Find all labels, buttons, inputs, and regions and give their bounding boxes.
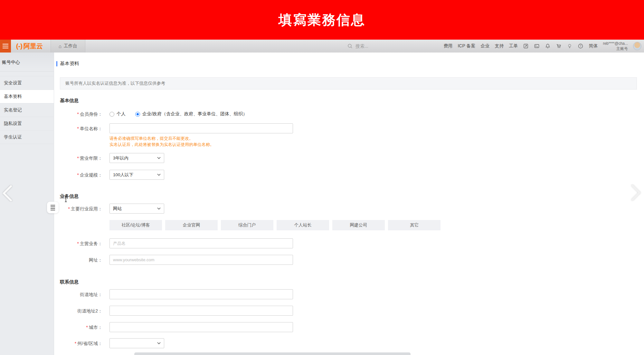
chevron-left-icon (4, 186, 11, 200)
app-switcher-icon[interactable] (523, 43, 529, 49)
lightbulb-icon[interactable] (567, 43, 573, 49)
required-marker: * (75, 341, 76, 346)
text-cursor (64, 197, 68, 204)
industry-label: *主要行业应用： (58, 204, 102, 214)
aliyun-logo[interactable]: (-) 阿里云 (16, 42, 43, 51)
sidebar-item-basic-profile[interactable]: 基本资料 (0, 90, 54, 103)
member-identity-row: *会员身份： 个人 企业/政府（含企业、政府、事业单位、团体、组织） (55, 109, 644, 119)
company-size-row: *企业规模： 100人以下 (55, 170, 644, 180)
city-label: *城市： (58, 322, 102, 332)
category-personal-webmaster[interactable]: 个人站长 (277, 220, 329, 230)
region-select[interactable] (109, 338, 164, 348)
category-webdev-company[interactable]: 网建公司 (332, 220, 385, 230)
avatar[interactable] (633, 42, 641, 50)
required-marker: * (77, 126, 79, 131)
website-category-buttons: 社区/论坛/博客 企业官网 综合门户 个人站长 网建公司 其它 (109, 220, 440, 230)
user-account-type: 主账号 (603, 46, 628, 51)
radio-personal[interactable]: 个人 (109, 111, 126, 117)
sidebar-item-label: 安全设置 (4, 80, 22, 86)
info-alert: 账号所有人以实名认证信息为准，以下信息仅供参考 (60, 77, 637, 90)
company-name-hints: 请务必准确填写单位名称，提交后不能更改。 实名认证后，此处将被替换为实名认证使用… (109, 135, 214, 148)
sidebar-item-student-verification[interactable]: 学生认证 (0, 130, 54, 144)
required-marker: * (77, 241, 79, 246)
nav-item-icp-filing[interactable]: ICP 备案 (458, 43, 475, 49)
tab-workspace[interactable]: ⌂ 工作台 (51, 40, 85, 53)
sidebar-item-security-settings[interactable]: 安全设置 (0, 76, 54, 90)
company-size-label: *企业规模： (58, 170, 102, 180)
cloud-shell-icon[interactable] (534, 43, 540, 49)
hamburger-menu-button[interactable] (0, 40, 11, 53)
street-address2-input[interactable] (109, 306, 293, 316)
website-input[interactable] (109, 255, 293, 265)
radio-dot (137, 113, 139, 115)
user-email: reb****@cha... (603, 41, 628, 46)
hamburger-bar (3, 48, 8, 48)
company-name-hint-1: 请务必准确填写单位名称，提交后不能更改。 (109, 135, 214, 141)
sidebar-item-realname-registration[interactable]: 实名登记 (0, 103, 54, 117)
bell-icon[interactable] (545, 43, 551, 49)
info-alert-text: 账号所有人以实名认证信息为准，以下信息仅供参考 (65, 81, 166, 86)
business-years-label: *营业年限： (58, 153, 102, 163)
help-icon[interactable]: ? (578, 43, 583, 49)
company-name-input[interactable] (109, 123, 293, 133)
required-marker: * (77, 172, 79, 178)
sidebar-item-label: 学生认证 (4, 134, 22, 140)
user-menu[interactable]: reb****@cha... 主账号 (603, 41, 628, 51)
category-community-forum-blog[interactable]: 社区/论坛/博客 (109, 220, 162, 230)
page-title: 基本资料 (60, 61, 79, 67)
category-other[interactable]: 其它 (388, 220, 440, 230)
nav-item-enterprise[interactable]: 企业 (480, 43, 489, 49)
category-portal[interactable]: 综合门户 (221, 220, 273, 230)
list-lines-icon (51, 205, 55, 206)
industry-value: 网站 (113, 206, 122, 212)
required-marker: * (77, 156, 79, 161)
radio-enterprise-label: 企业/政府（含企业、政府、事业单位、团体、组织） (142, 111, 247, 117)
home-icon: ⌂ (59, 43, 62, 49)
main-business-input[interactable] (109, 238, 293, 248)
collapsed-panel-toggle[interactable] (47, 202, 59, 213)
company-size-select[interactable]: 100人以下 (109, 170, 164, 180)
cart-icon[interactable] (556, 43, 562, 49)
radio-enterprise[interactable]: 企业/政府（含企业、政府、事业单位、团体、组织） (135, 111, 247, 117)
business-years-select[interactable]: 3年以内 (109, 153, 164, 163)
nav-item-work-order[interactable]: 工单 (509, 43, 518, 49)
search-icon (347, 43, 353, 49)
aliyun-logo-mark-icon: (-) (16, 43, 23, 50)
sidebar-item-privacy-settings[interactable]: 隐私设置 (0, 117, 54, 130)
region-row: *州/省/区域： (55, 338, 644, 349)
sidebar-item-label: 实名登记 (4, 107, 22, 113)
website-label: 网址： (58, 255, 102, 265)
list-lines-icon (51, 210, 55, 210)
carousel-left-arrow[interactable] (1, 185, 14, 203)
hamburger-bar (3, 46, 8, 46)
section-title-business: 业务信息 (60, 193, 79, 199)
navbar-search (347, 40, 407, 53)
sidebar: 账号中心 安全设置 基本资料 实名登记 隐私设置 学生认证 (0, 53, 54, 355)
chevron-down-icon (157, 207, 161, 210)
nav-item-fees[interactable]: 费用 (443, 43, 452, 49)
street-address-row: 街道地址： (55, 289, 644, 300)
street-address-input[interactable] (109, 289, 293, 299)
category-corporate-website[interactable]: 企业官网 (165, 220, 218, 230)
sidebar-items: 安全设置 基本资料 实名登记 隐私设置 学生认证 (0, 76, 54, 144)
carousel-right-arrow[interactable] (630, 184, 642, 203)
member-identity-label: *会员身份： (58, 109, 102, 119)
industry-row: *主要行业应用： 网站 (55, 204, 644, 214)
company-name-row: *单位名称： (55, 123, 644, 134)
workspace-tab-label: 工作台 (64, 43, 77, 49)
chevron-down-icon (157, 157, 161, 159)
svg-text:?: ? (580, 44, 582, 48)
main-business-row: *主营业务： (55, 238, 644, 249)
language-toggle[interactable]: 简体 (589, 43, 598, 49)
industry-select[interactable]: 网站 (109, 204, 164, 214)
city-input[interactable] (109, 322, 293, 332)
top-navbar: (-) 阿里云 ⌂ 工作台 费用 ICP 备案 企业 支持 工单 (0, 40, 644, 53)
title-accent-bar (56, 61, 57, 66)
search-input[interactable] (355, 43, 407, 49)
main-content: 基本资料 账号所有人以实名认证信息为准，以下信息仅供参考 基本信息 *会员身份：… (55, 53, 644, 355)
business-years-row: *营业年限： 3年以内 (55, 153, 644, 163)
company-name-label: *单位名称： (58, 123, 102, 134)
sidebar-item-label: 隐私设置 (4, 121, 22, 127)
nav-item-support[interactable]: 支持 (495, 43, 504, 49)
section-title-basic: 基本信息 (60, 98, 79, 104)
